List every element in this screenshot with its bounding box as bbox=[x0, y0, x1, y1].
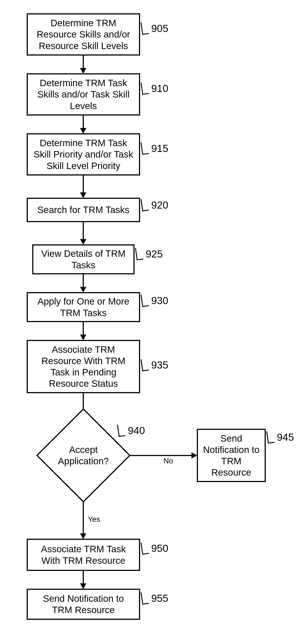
process-box-955-text: Send Notification to TRM Resource bbox=[32, 593, 135, 616]
arrow bbox=[83, 502, 84, 534]
label-tick-940 bbox=[117, 424, 125, 437]
process-box-915-text: Determine TRM Task Skill Priority and/or… bbox=[32, 137, 135, 172]
arrowhead-down bbox=[80, 239, 86, 245]
label-num-955: 955 bbox=[151, 593, 168, 603]
arrow bbox=[83, 116, 84, 129]
arrowhead-down bbox=[80, 533, 86, 539]
arrowhead-down bbox=[80, 583, 86, 589]
label-num-910: 910 bbox=[151, 83, 168, 94]
label-tick-935 bbox=[141, 358, 149, 372]
arrow bbox=[83, 322, 84, 336]
label-num-930: 930 bbox=[151, 296, 168, 306]
label-tick-955 bbox=[141, 592, 149, 605]
process-box-905: Determine TRM Resource Skills and/or Res… bbox=[27, 13, 140, 56]
process-box-925-text: View Details of TRM Tasks bbox=[37, 248, 129, 270]
label-num-915: 915 bbox=[151, 143, 168, 154]
label-num-925: 925 bbox=[146, 249, 163, 259]
process-box-945: Send Notification to TRM Resource bbox=[197, 429, 266, 482]
flowchart-canvas: Determine TRM Resource Skills and/or Res… bbox=[0, 0, 308, 644]
arrowhead-down bbox=[80, 68, 86, 74]
decision-940: Accept Application? bbox=[50, 422, 117, 489]
process-box-905-text: Determine TRM Resource Skills and/or Res… bbox=[32, 17, 135, 52]
process-box-930-text: Apply for One or More TRM Tasks bbox=[32, 296, 135, 318]
label-tick-950 bbox=[141, 542, 149, 555]
arrowhead-down bbox=[80, 334, 86, 340]
arrowhead-down bbox=[80, 192, 86, 198]
process-box-910-text: Determine TRM Task Skills and/or Task Sk… bbox=[32, 77, 135, 112]
process-box-935: Associate TRM Resource With TRM Task in … bbox=[27, 340, 140, 393]
process-box-925: View Details of TRM Tasks bbox=[32, 244, 135, 274]
arrow bbox=[83, 222, 84, 240]
label-tick-945 bbox=[266, 430, 274, 444]
arrow bbox=[83, 176, 84, 193]
decision-940-text: Accept Application? bbox=[50, 422, 117, 489]
label-num-945: 945 bbox=[277, 432, 294, 442]
arrow bbox=[83, 571, 84, 584]
process-box-920: Search for TRM Tasks bbox=[27, 198, 140, 222]
arrowhead-down bbox=[80, 128, 86, 134]
label-num-950: 950 bbox=[151, 543, 168, 553]
label-num-940: 940 bbox=[128, 426, 145, 436]
process-box-945-text: Send Notification to TRM Resource bbox=[202, 433, 261, 478]
label-tick-920 bbox=[141, 198, 149, 212]
process-box-930: Apply for One or More TRM Tasks bbox=[27, 292, 140, 322]
arrow bbox=[83, 274, 84, 288]
label-tick-915 bbox=[141, 142, 149, 155]
label-tick-905 bbox=[141, 22, 149, 35]
process-box-910: Determine TRM Task Skills and/or Task Sk… bbox=[27, 73, 140, 116]
arrow bbox=[130, 455, 192, 456]
process-box-915: Determine TRM Task Skill Priority and/or… bbox=[27, 133, 140, 176]
edge-label-yes: Yes bbox=[88, 515, 100, 524]
arrow bbox=[83, 56, 84, 69]
label-num-905: 905 bbox=[151, 23, 168, 34]
label-num-920: 920 bbox=[151, 200, 168, 210]
process-box-955: Send Notification to TRM Resource bbox=[27, 589, 140, 620]
arrowhead-right bbox=[191, 452, 197, 458]
label-tick-925 bbox=[135, 247, 143, 260]
process-box-950-text: Associate TRM Task With TRM Resource bbox=[32, 543, 135, 566]
label-num-935: 935 bbox=[151, 360, 168, 370]
process-box-950: Associate TRM Task With TRM Resource bbox=[27, 539, 140, 571]
label-tick-910 bbox=[141, 82, 149, 95]
arrowhead-down bbox=[80, 287, 86, 292]
process-box-935-text: Associate TRM Resource With TRM Task in … bbox=[32, 344, 135, 390]
edge-label-no: No bbox=[163, 456, 173, 465]
label-tick-930 bbox=[141, 294, 149, 307]
process-box-920-text: Search for TRM Tasks bbox=[37, 204, 129, 216]
